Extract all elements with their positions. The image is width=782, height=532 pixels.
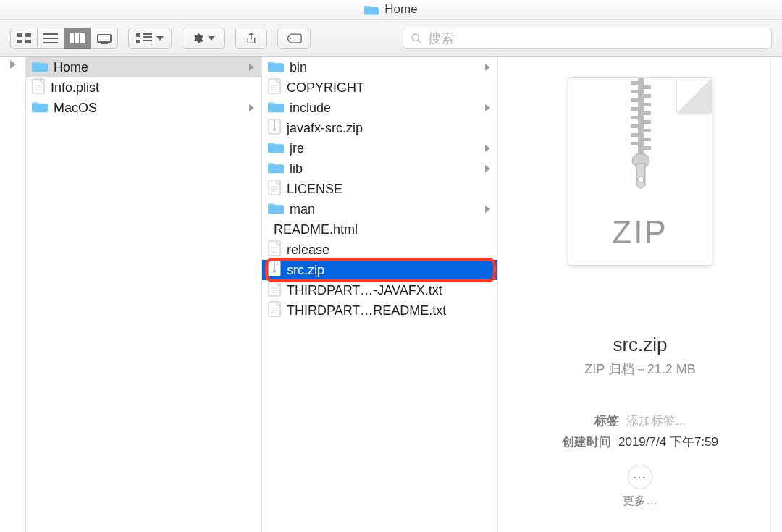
page-fold-icon [677, 78, 712, 113]
file-icon [32, 78, 45, 98]
action-menu-button[interactable] [182, 28, 225, 49]
list-item[interactable]: release [262, 240, 497, 260]
svg-rect-59 [644, 129, 651, 132]
svg-rect-0 [136, 33, 140, 37]
svg-rect-56 [631, 116, 638, 119]
svg-rect-4 [143, 40, 152, 41]
preview-thumbnail: ZIP [568, 77, 712, 266]
list-item[interactable]: COPYRIGHT [262, 77, 497, 98]
svg-rect-35 [274, 261, 275, 270]
svg-rect-5 [143, 43, 152, 43]
file-icon [268, 240, 281, 260]
preview-tags-label: 标签 [594, 413, 619, 429]
chevron-right-icon [485, 104, 490, 111]
svg-point-36 [273, 270, 276, 273]
file-icon [268, 180, 281, 199]
item-name: LICENSE [287, 182, 490, 197]
view-columns-button[interactable] [64, 28, 91, 49]
main-area: HomeInfo.plistMacOS binCOPYRIGHTincludej… [0, 57, 782, 532]
file-icon [268, 301, 281, 321]
list-item[interactable]: README.html [262, 219, 497, 240]
item-name: README.html [274, 222, 490, 237]
view-icon-button[interactable] [10, 28, 38, 49]
toolbar: 搜索 [0, 20, 782, 57]
item-name: MacOS [54, 101, 243, 116]
folder-icon [268, 100, 284, 117]
chevron-right-icon [249, 64, 254, 71]
list-item[interactable]: bin [262, 57, 497, 77]
item-name: Info.plist [51, 80, 254, 96]
share-button[interactable] [235, 28, 267, 49]
list-item[interactable]: lib [262, 159, 497, 179]
svg-rect-3 [143, 36, 152, 38]
zip-icon [268, 119, 281, 138]
svg-rect-49 [644, 85, 651, 89]
chevron-right-icon [485, 206, 490, 213]
gear-icon [192, 33, 203, 44]
item-name: include [290, 101, 479, 116]
preview-tags-row[interactable]: 标签 添加标签... [594, 413, 686, 429]
preview-more-label: 更多… [623, 494, 657, 509]
zipper-icon [628, 78, 653, 201]
zip-icon [268, 261, 281, 280]
preview-created-value: 2019/7/4 下午7:59 [618, 434, 718, 450]
chevron-down-icon [208, 36, 215, 41]
triangle-right-icon [10, 60, 16, 69]
list-item[interactable]: javafx-src.zip [262, 118, 497, 138]
svg-line-8 [418, 40, 421, 43]
list-item[interactable]: jre [262, 138, 497, 159]
group-by-button[interactable] [128, 28, 172, 49]
list-item[interactable]: Info.plist [26, 77, 261, 98]
list-item[interactable]: MacOS [26, 98, 261, 118]
svg-rect-62 [631, 142, 638, 145]
list-item[interactable]: LICENSE [262, 179, 497, 199]
preview-more-button[interactable]: ⋯ [628, 465, 652, 489]
list-item[interactable]: Home [26, 57, 261, 77]
svg-point-7 [412, 34, 419, 41]
item-name: COPYRIGHT [287, 80, 490, 96]
svg-rect-61 [644, 138, 651, 141]
group-icon [136, 33, 152, 43]
folder-icon [268, 59, 284, 76]
preview-created-row: 创建时间 2019/7/4 下午7:59 [562, 434, 718, 450]
list-item[interactable]: include [262, 98, 497, 118]
list-item[interactable]: man [262, 199, 497, 219]
svg-rect-58 [631, 124, 638, 128]
search-icon [411, 33, 422, 44]
item-name: bin [290, 60, 479, 75]
search-input[interactable]: 搜索 [403, 28, 772, 49]
chevron-down-icon [156, 36, 164, 41]
list-item[interactable]: src.zip [262, 260, 497, 280]
tag-icon [286, 33, 302, 44]
folder-icon [364, 4, 379, 15]
folder-icon [268, 140, 284, 157]
list-item[interactable]: THIRDPART…-JAVAFX.txt [262, 280, 497, 300]
svg-rect-21 [274, 119, 275, 128]
item-name: Home [54, 60, 243, 75]
gallery-icon [97, 34, 112, 43]
list-item[interactable]: THIRDPART…README.txt [262, 300, 497, 321]
chevron-right-icon [485, 165, 490, 172]
preview-kind-size: ZIP 归档－21.2 MB [584, 360, 696, 378]
svg-rect-55 [644, 111, 651, 115]
view-list-button[interactable] [37, 28, 64, 49]
item-name: lib [290, 161, 479, 177]
scrollbar[interactable] [770, 57, 782, 532]
folder-icon [268, 161, 284, 177]
column-prev-nav[interactable] [0, 57, 26, 532]
svg-point-65 [638, 177, 644, 182]
tags-button[interactable] [277, 28, 311, 49]
folder-icon [32, 100, 48, 117]
columns-icon [70, 33, 85, 43]
svg-rect-47 [638, 78, 644, 158]
chevron-right-icon [249, 104, 254, 111]
svg-rect-54 [631, 107, 638, 111]
svg-rect-57 [644, 120, 651, 124]
column-2: binCOPYRIGHTincludejavafx-src.zipjrelibL… [262, 57, 498, 532]
svg-rect-2 [143, 33, 152, 35]
search-placeholder: 搜索 [428, 30, 454, 47]
view-gallery-button[interactable] [91, 28, 118, 49]
window-titlebar: Home [0, 0, 782, 20]
item-name: release [287, 242, 490, 258]
preview-created-label: 创建时间 [562, 434, 611, 450]
